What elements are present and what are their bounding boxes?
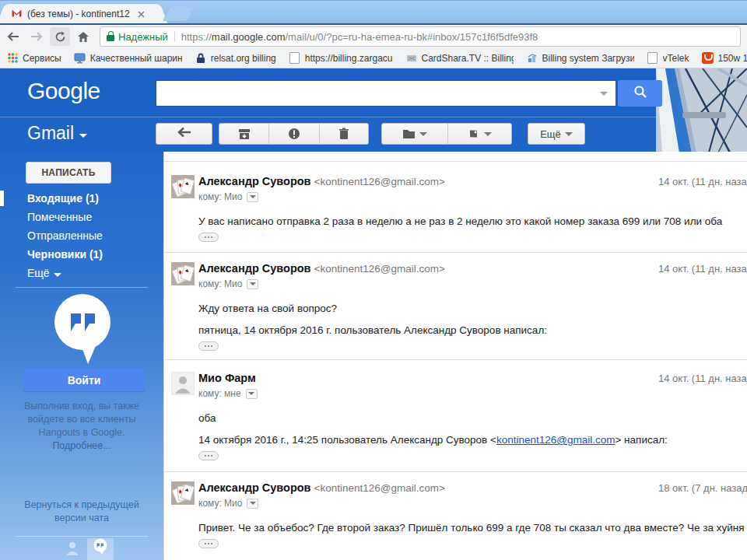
email-date: 14 окт. (11 дн. назад)	[658, 176, 747, 187]
browser-navbar: Надежный https://mail.google.com/mail/u/…	[0, 23, 747, 48]
more-actions-button[interactable]: Ещё	[528, 123, 585, 145]
email-message[interactable]: Александр Суворов<kontinent126@gmail.com…	[164, 175, 747, 245]
chevron-down-icon	[484, 132, 492, 136]
back-to-inbox-button[interactable]	[156, 123, 212, 145]
secure-label[interactable]: Надежный	[118, 31, 168, 43]
new-tab-button[interactable]	[163, 6, 195, 21]
theme-image	[656, 68, 747, 152]
bookmark-cardshara[interactable]: CardShara.TV :: Billing	[405, 52, 514, 65]
back-icon[interactable]	[3, 27, 23, 46]
bookmark-sharing[interactable]: Качественный шарин	[74, 52, 182, 65]
sidebar-item-inbox[interactable]: Входящие (1)	[27, 189, 156, 208]
gmail-menu[interactable]: Gmail	[27, 123, 87, 144]
tab-close-icon[interactable]	[138, 11, 145, 18]
screen: (без темы) - kontinent12 Надежный https:…	[0, 0, 747, 560]
sidebar-item-more[interactable]: Ещё	[27, 264, 156, 282]
list-divider	[164, 252, 747, 253]
secure-lock-icon	[107, 35, 114, 41]
archive-icon	[238, 128, 251, 140]
billing-icon	[526, 52, 538, 65]
delete-button[interactable]	[320, 124, 368, 144]
archive-button[interactable]	[219, 124, 269, 144]
avatar	[171, 175, 195, 198]
details-dropdown-icon[interactable]	[247, 499, 258, 509]
more-actions-label: Ещё	[540, 128, 561, 140]
email-message[interactable]: Мио Фарм 14 окт. (11 дн. назад) кому: мн…	[164, 372, 747, 464]
bookmark-150w[interactable]: 150w 1000w	[702, 52, 747, 65]
bookmark-vtelek[interactable]: vTelek	[647, 52, 689, 65]
hangouts-more-link[interactable]: Подробнее...	[8, 439, 156, 453]
email-body-line: Привет. Че за объебос? Где второй заказ?…	[198, 522, 747, 534]
gmail-wordmark: Gmail	[27, 123, 74, 144]
sidebar-item-starred[interactable]: Помеченные	[27, 208, 156, 226]
back-arrow-icon	[177, 127, 192, 141]
email-header: Александр Суворов<kontinent126@gmail.com…	[198, 175, 445, 187]
gmail-favicon-icon	[11, 7, 23, 21]
cardshara-icon	[405, 52, 418, 65]
details-dropdown-icon[interactable]	[247, 279, 258, 289]
list-divider	[164, 161, 747, 162]
page-icon	[647, 52, 659, 65]
show-trimmed-content-button[interactable]	[198, 233, 219, 242]
aliexpress-icon	[702, 52, 714, 65]
home-icon[interactable]	[73, 27, 93, 46]
show-trimmed-content-button[interactable]	[198, 539, 219, 548]
url-text[interactable]: https://mail.google.com/mail/u/0/?pc=ru-…	[181, 31, 538, 43]
email-date: 18 окт. (7 дн. назад)	[658, 482, 747, 494]
compose-button[interactable]: НАПИСАТЬ	[26, 162, 111, 184]
google-logo: Google	[27, 78, 100, 104]
labels-button[interactable]	[448, 124, 512, 144]
to-label: кому: Мио	[198, 498, 242, 509]
search-options-arrow-icon[interactable]	[600, 92, 608, 96]
sender-email-link[interactable]: kontinent126@gmail.com	[496, 434, 615, 446]
sidebar-divider	[16, 536, 148, 537]
back-link-line: версии чата	[8, 512, 156, 525]
email-message[interactable]: Александр Суворов<kontinent126@gmail.com…	[164, 262, 747, 354]
apps-grid-icon	[6, 52, 19, 65]
sidebar-more-label: Ещё	[27, 267, 50, 279]
browser-tab-active[interactable]: (без темы) - kontinent12	[6, 4, 159, 24]
url-bar[interactable]: Надежный https://mail.google.com/mail/u/…	[100, 26, 741, 47]
email-message[interactable]: Александр Суворов<kontinent126@gmail.com…	[164, 481, 747, 560]
avatar	[171, 481, 195, 505]
search-button[interactable]	[618, 80, 662, 107]
show-trimmed-content-button[interactable]	[198, 341, 219, 351]
show-trimmed-content-button[interactable]	[198, 451, 219, 460]
url-scheme: https://	[181, 31, 212, 43]
contacts-tab[interactable]	[59, 541, 86, 560]
back-link-line: Вернуться к предыдущей	[8, 499, 156, 512]
sender-name: Александр Суворов	[198, 481, 311, 494]
bookmark-label: https://billing.zargacu	[305, 53, 393, 64]
hangouts-signin-button[interactable]: Войти	[23, 369, 145, 391]
details-dropdown-icon[interactable]	[247, 192, 258, 202]
hangouts-tab[interactable]	[87, 538, 114, 560]
folder-icon	[402, 128, 416, 139]
email-recipients: кому: Мио	[198, 498, 258, 509]
to-label: кому: Мио	[198, 191, 242, 202]
sidebar-item-drafts[interactable]: Черновики (1)	[27, 245, 156, 264]
bookmark-billing-system[interactable]: Billing system Загрузи	[526, 52, 634, 65]
tab-title: (без темы) - kontinent12	[27, 9, 136, 19]
sender-address: <kontinent126@gmail.com>	[314, 263, 445, 275]
bookmark-relsat[interactable]: relsat.org billing	[195, 52, 276, 65]
hangouts-info-line: войдете во все клиенты	[8, 413, 156, 426]
hangouts-info-line: Hangouts в Google.	[8, 426, 156, 439]
details-dropdown-icon[interactable]	[246, 389, 258, 399]
url-separator	[174, 31, 175, 42]
bookmark-billing-zarg[interactable]: https://billing.zargacu	[289, 52, 393, 65]
bookmark-label: Сервисы	[23, 53, 61, 64]
sender-name: Мио Фарм	[198, 372, 256, 384]
bookmark-servisy[interactable]: Сервисы	[6, 52, 61, 65]
spam-icon	[288, 128, 300, 140]
reload-icon[interactable]	[50, 27, 70, 46]
previous-chat-version-link[interactable]: Вернуться к предыдущей версии чата	[8, 499, 156, 525]
search-icon	[633, 85, 647, 102]
search-input[interactable]	[156, 80, 616, 107]
list-divider	[164, 471, 747, 472]
conversation-list: Александр Суворов<kontinent126@gmail.com…	[163, 152, 747, 560]
forward-icon[interactable]	[26, 27, 47, 46]
sidebar-item-sent[interactable]: Отправленные	[27, 226, 156, 245]
spam-button[interactable]	[269, 124, 319, 144]
move-to-button[interactable]	[382, 124, 448, 144]
chevron-down-icon	[79, 134, 87, 138]
